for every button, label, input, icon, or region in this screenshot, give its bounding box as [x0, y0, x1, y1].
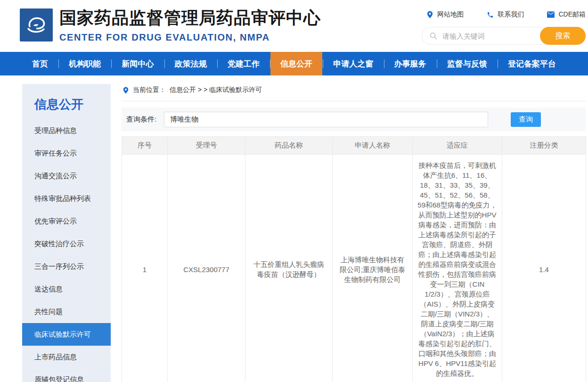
site-header: 国家药品监督管理局药品审评中心 CENTER FOR DRUG EVALUATI…	[0, 0, 588, 52]
nav-item-applicant-window[interactable]: 申请人之窗	[323, 52, 383, 75]
sitemap-link[interactable]: 网站地图	[426, 10, 464, 19]
cde-logo	[20, 8, 53, 42]
cell-applicant: 上海博唯生物科技有限公司;重庆博唯佰泰生物制药有限公司	[333, 155, 413, 382]
query-condition-label: 查询条件:	[126, 115, 156, 124]
sidebar-item-common-issues[interactable]: 共性问题	[22, 300, 111, 323]
sidebar-item-priority-review[interactable]: 优先审评公示	[22, 210, 111, 233]
cell-seq: 1	[122, 155, 168, 382]
main-nav: 首页 机构职能 新闻中心 政策法规 党建工作 信息公开 申请人之窗 办事服务 监…	[0, 52, 588, 75]
table-header-row: 序号 受理号 药品名称 申请人名称 适应症 注册分类	[122, 137, 586, 155]
cell-drug-name: 十五价重组人乳头瘤病毒疫苗（汉逊酵母）	[245, 155, 333, 382]
col-header-category: 注册分类	[502, 137, 586, 155]
sidebar-item-special-approval-list[interactable]: 特殊审批品种列表	[22, 187, 111, 210]
header-quick-links: 网站地图 联系我们 CDE邮箱	[426, 10, 586, 19]
search-icon	[429, 32, 438, 40]
nav-item-info-disclosure[interactable]: 信息公开	[270, 52, 322, 75]
sidebar-item-review-tasks[interactable]: 审评任务公示	[22, 142, 111, 165]
location-pin-icon	[426, 11, 433, 18]
sidebar-item-accepted-varieties[interactable]: 受理品种信息	[22, 119, 111, 142]
header-search: 搜索	[422, 27, 586, 45]
sidebar: 信息公开 受理品种信息 审评任务公示 沟通交流公示 特殊审批品种列表 优先审评公…	[22, 84, 111, 382]
breadcrumb-trail: 信息公开 > > 临床试验默示许可	[170, 86, 262, 94]
col-header-indication: 适应症	[413, 137, 502, 155]
header-search-button[interactable]: 搜索	[540, 27, 586, 45]
sitemap-link-label: 网站地图	[437, 10, 464, 19]
phone-icon	[487, 11, 494, 18]
sidebar-item-marketed-drugs[interactable]: 上市药品信息	[22, 346, 111, 368]
sidebar-item-communication[interactable]: 沟通交流公示	[22, 165, 111, 187]
query-condition-input[interactable]	[164, 112, 488, 127]
sidebar-title: 信息公开	[22, 84, 111, 119]
results-table: 序号 受理号 药品名称 申请人名称 适应症 注册分类 1 CXSL2300777…	[122, 136, 586, 382]
contact-us-link-label: 联系我们	[498, 10, 524, 19]
nav-item-organization[interactable]: 机构职能	[59, 52, 111, 75]
site-subtitle: CENTER FOR DRUG EVALUATION, NMPA	[59, 32, 321, 43]
cde-mail-link-label: CDE邮箱	[558, 10, 586, 19]
cell-acceptance-no: CXSL2300777	[168, 155, 245, 382]
query-bar: 查询条件: 查询	[122, 108, 586, 131]
breadcrumb: 当前位置：信息公开 > > 临床试验默示许可	[122, 84, 586, 101]
nav-item-home[interactable]: 首页	[22, 52, 58, 75]
col-header-seq: 序号	[122, 137, 168, 155]
table-row: 1 CXSL2300777 十五价重组人乳头瘤病毒疫苗（汉逊酵母） 上海博唯生物…	[122, 155, 586, 382]
nav-item-registration-platform[interactable]: 登记备案平台	[498, 52, 566, 75]
query-button[interactable]: 查询	[511, 112, 541, 127]
main-content: 当前位置：信息公开 > > 临床试验默示许可 查询条件: 查询 序号 受理号 药…	[122, 84, 586, 382]
contact-us-link[interactable]: 联系我们	[487, 10, 524, 19]
nav-item-news[interactable]: 新闻中心	[112, 52, 163, 75]
cell-indication: 接种本疫苗后，可刺激机体产生抗6、11、16、18、31、33、35、39、45…	[413, 155, 502, 382]
nav-item-supervision-feedback[interactable]: 监督与反馈	[437, 52, 497, 75]
nav-item-services[interactable]: 办事服务	[384, 52, 436, 75]
cde-mail-link[interactable]: CDE邮箱	[547, 10, 586, 19]
brand-block: 国家药品监督管理局药品审评中心 CENTER FOR DRUG EVALUATI…	[59, 7, 321, 43]
sidebar-item-breakthrough-therapy[interactable]: 突破性治疗公示	[22, 233, 111, 255]
sidebar-item-raw-material-registration[interactable]: 原辅包登记信息	[22, 368, 111, 382]
nav-item-party-building[interactable]: 党建工作	[218, 52, 270, 75]
sidebar-item-three-in-one[interactable]: 三合一序列公示	[22, 255, 111, 278]
sidebar-item-delivery-info[interactable]: 送达信息	[22, 278, 111, 300]
breadcrumb-label: 当前位置：	[133, 86, 166, 94]
col-header-acceptance-no: 受理号	[168, 137, 245, 155]
cell-category: 1.4	[502, 155, 586, 382]
breadcrumb-pin-icon	[122, 87, 129, 94]
envelope-icon	[547, 11, 555, 18]
sidebar-item-clinical-trial-default-permission[interactable]: 临床试验默示许可	[22, 323, 111, 346]
col-header-applicant: 申请人名称	[333, 137, 413, 155]
col-header-drug-name: 药品名称	[245, 137, 333, 155]
header-search-input[interactable]	[442, 32, 540, 40]
site-title: 国家药品监督管理局药品审评中心	[59, 7, 321, 30]
main-nav-items: 首页 机构职能 新闻中心 政策法规 党建工作 信息公开 申请人之窗 办事服务 监…	[22, 52, 566, 75]
nav-item-policies[interactable]: 政策法规	[165, 52, 217, 75]
cde-logo-icon	[24, 12, 49, 38]
